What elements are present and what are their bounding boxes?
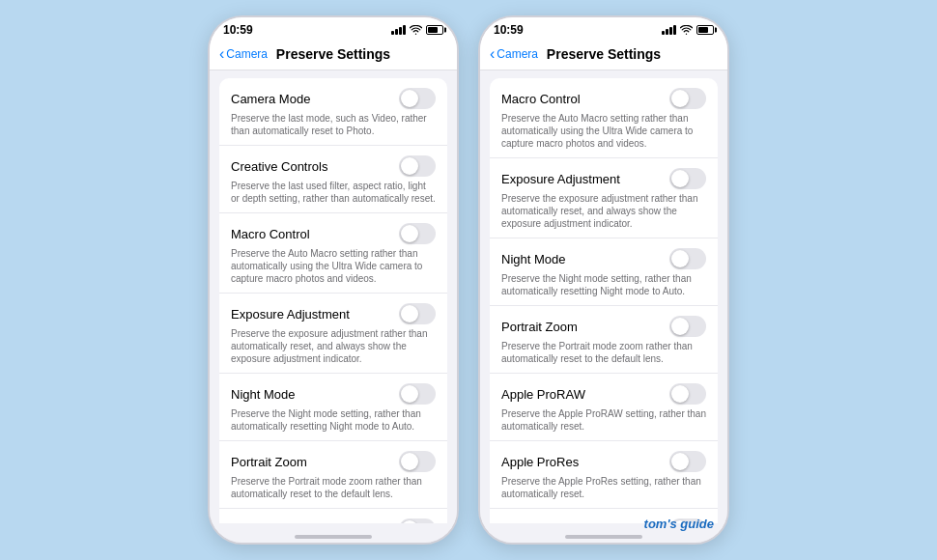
settings-item: Apple ProRAWPreserve the Apple ProRAW se… xyxy=(219,509,447,523)
toggle-switch[interactable] xyxy=(399,518,436,523)
item-header: Apple ProRAW xyxy=(501,383,706,405)
battery-icon-2 xyxy=(696,25,714,35)
item-header: Macro Control xyxy=(231,223,436,244)
time-1: 10:59 xyxy=(223,23,253,37)
item-header: Exposure Adjustment xyxy=(231,303,436,324)
nav-title-1: Preserve Settings xyxy=(276,46,390,62)
toggle-switch[interactable] xyxy=(399,88,436,109)
item-desc: Preserve the Auto Macro setting rather t… xyxy=(501,112,706,150)
toggle-switch[interactable] xyxy=(399,383,436,405)
settings-group-2: Macro ControlPreserve the Auto Macro set… xyxy=(490,78,718,523)
toggle-switch[interactable] xyxy=(399,155,436,177)
item-title: Macro Control xyxy=(231,227,310,241)
phone-2: 10:59 ‹ Camera Pres xyxy=(478,15,729,545)
back-chevron-2: ‹ xyxy=(490,45,495,63)
item-header: Macro Control xyxy=(501,88,706,109)
nav-bar-2: ‹ Camera Preserve Settings xyxy=(480,41,727,70)
nav-title-2: Preserve Settings xyxy=(547,46,661,62)
item-title: Portrait Zoom xyxy=(501,320,578,334)
item-header: Night Mode xyxy=(501,248,706,269)
brand-logo: tom's guide xyxy=(644,517,714,531)
item-title: Apple ProRes xyxy=(501,455,579,469)
item-title: Exposure Adjustment xyxy=(501,172,620,186)
item-desc: Preserve the last mode, such as Video, r… xyxy=(231,112,436,137)
home-bar-2 xyxy=(565,535,642,539)
item-title: Camera Mode xyxy=(231,92,310,106)
status-bar-2: 10:59 xyxy=(480,17,727,41)
item-desc: Preserve the Apple ProRes setting, rathe… xyxy=(501,475,706,500)
time-2: 10:59 xyxy=(494,23,524,37)
item-desc: Preserve the Night mode setting, rather … xyxy=(501,272,706,297)
item-title: Apple ProRAW xyxy=(501,387,585,402)
back-label-1[interactable]: Camera xyxy=(226,47,268,61)
item-title: Portrait Zoom xyxy=(231,455,307,469)
item-title: Exposure Adjustment xyxy=(231,307,350,322)
item-header: Night Mode xyxy=(231,383,436,405)
settings-item: Exposure AdjustmentPreserve the exposure… xyxy=(490,158,718,238)
scroll-content-1[interactable]: Camera ModePreserve the last mode, such … xyxy=(210,70,457,523)
settings-item: Night ModePreserve the Night mode settin… xyxy=(490,238,718,306)
settings-item: Macro ControlPreserve the Auto Macro set… xyxy=(219,213,447,294)
settings-item: Exposure AdjustmentPreserve the exposure… xyxy=(219,294,447,374)
phones-wrapper: 10:59 ‹ Camera Pres xyxy=(208,15,729,545)
settings-item: Camera ModePreserve the last mode, such … xyxy=(219,78,447,146)
settings-item: Creative ControlsPreserve the last used … xyxy=(219,146,447,213)
status-icons-2 xyxy=(662,25,714,35)
item-header: Exposure Adjustment xyxy=(501,168,706,189)
item-desc: Preserve the Auto Macro setting rather t… xyxy=(231,247,436,285)
phone-1: 10:59 ‹ Camera Pres xyxy=(208,15,459,545)
signal-icon-2 xyxy=(662,25,676,35)
item-desc: Preserve the Portrait mode zoom rather t… xyxy=(231,475,436,500)
settings-item: Night ModePreserve the Night mode settin… xyxy=(219,374,447,441)
toggle-switch[interactable] xyxy=(669,316,706,337)
item-title: Creative Controls xyxy=(231,159,327,174)
settings-item: Apple ProResPreserve the Apple ProRes se… xyxy=(490,441,718,509)
toggle-switch[interactable] xyxy=(399,451,436,472)
item-header: Portrait Zoom xyxy=(501,316,706,337)
signal-icon-1 xyxy=(391,25,406,35)
item-desc: Preserve the Apple ProRAW setting, rathe… xyxy=(501,407,706,433)
item-desc: Preserve the exposure adjustment rather … xyxy=(501,192,706,230)
status-icons-1 xyxy=(391,25,443,35)
item-desc: Preserve the Portrait mode zoom rather t… xyxy=(501,340,706,365)
item-desc: Preserve the Night mode setting, rather … xyxy=(231,407,436,433)
home-bar-1 xyxy=(295,535,372,539)
item-header: Portrait Zoom xyxy=(231,451,436,472)
item-desc: Preserve the exposure adjustment rather … xyxy=(231,327,436,365)
item-title: Night Mode xyxy=(231,387,295,402)
nav-back-1[interactable]: ‹ Camera xyxy=(219,46,268,63)
toggle-switch[interactable] xyxy=(669,88,706,109)
back-label-2[interactable]: Camera xyxy=(497,47,538,61)
home-indicator-1 xyxy=(210,523,457,543)
wifi-icon-1 xyxy=(410,25,422,35)
toggle-switch[interactable] xyxy=(399,303,436,324)
wifi-icon-2 xyxy=(680,25,693,35)
toggle-switch[interactable] xyxy=(669,383,706,405)
nav-back-2[interactable]: ‹ Camera xyxy=(490,46,538,63)
scroll-content-2[interactable]: Macro ControlPreserve the Auto Macro set… xyxy=(480,70,727,523)
item-title: Night Mode xyxy=(501,252,565,266)
toggle-switch[interactable] xyxy=(399,223,436,244)
back-chevron-1: ‹ xyxy=(219,45,224,63)
status-bar-1: 10:59 xyxy=(210,17,457,41)
battery-icon-1 xyxy=(426,25,443,35)
toggle-switch[interactable] xyxy=(669,451,706,472)
item-header: Creative Controls xyxy=(231,155,436,177)
toggle-switch[interactable] xyxy=(669,248,706,269)
toggle-switch[interactable] xyxy=(669,168,706,189)
settings-item: Portrait ZoomPreserve the Portrait mode … xyxy=(490,306,718,374)
item-header: Apple ProRes xyxy=(501,451,706,472)
settings-item: Portrait ZoomPreserve the Portrait mode … xyxy=(219,441,447,509)
settings-item: Apple ProRAWPreserve the Apple ProRAW se… xyxy=(490,374,718,441)
settings-group-1: Camera ModePreserve the last mode, such … xyxy=(219,78,447,523)
nav-bar-1: ‹ Camera Preserve Settings xyxy=(210,41,457,70)
item-desc: Preserve the last used filter, aspect ra… xyxy=(231,180,436,205)
item-header: Camera Mode xyxy=(231,88,436,109)
settings-item: Macro ControlPreserve the Auto Macro set… xyxy=(490,78,718,158)
item-title: Macro Control xyxy=(501,92,581,106)
